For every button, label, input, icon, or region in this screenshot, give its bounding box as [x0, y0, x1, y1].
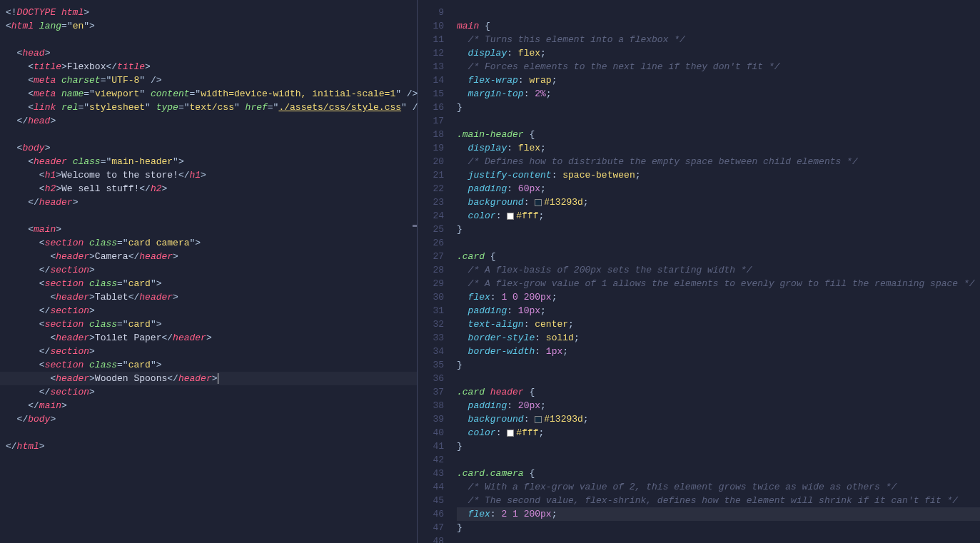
- code-line[interactable]: <header>Tablet</header>: [0, 290, 417, 304]
- code-line[interactable]: /* With a flex-grow value of 2, this ele…: [457, 480, 980, 494]
- scroll-indicator: [413, 225, 417, 227]
- color-swatch-icon: [535, 416, 542, 423]
- code-line[interactable]: [0, 209, 417, 223]
- code-line[interactable]: <section class="card camera">: [0, 236, 417, 250]
- code-line[interactable]: [0, 33, 417, 46]
- code-line[interactable]: /* A flex-grow value of 1 allows the ele…: [457, 277, 980, 290]
- code-line[interactable]: </section>: [0, 304, 417, 318]
- code-line[interactable]: <section class="card">: [0, 318, 417, 331]
- code-line[interactable]: flex-wrap: wrap;: [457, 73, 980, 87]
- code-line[interactable]: <main>: [0, 223, 417, 236]
- code-line[interactable]: background: #13293d;: [457, 196, 980, 209]
- code-line[interactable]: main {: [457, 19, 980, 33]
- code-line[interactable]: }: [457, 521, 980, 534]
- code-line[interactable]: </section>: [0, 263, 417, 277]
- color-swatch-icon: [507, 213, 514, 220]
- code-line[interactable]: flex: 1 0 200px;: [457, 290, 980, 304]
- code-line[interactable]: padding: 20px;: [457, 399, 980, 412]
- code-line[interactable]: <header>Camera</header>: [0, 250, 417, 263]
- code-line[interactable]: <link rel="stylesheet" type="text/css" h…: [0, 101, 417, 114]
- code-line[interactable]: .main-header {: [457, 128, 980, 141]
- code-area[interactable]: main { /* Turns this element into a flex…: [457, 0, 980, 543]
- code-line[interactable]: text-align: center;: [457, 318, 980, 331]
- code-line[interactable]: }: [457, 101, 980, 114]
- code-line[interactable]: </main>: [0, 399, 417, 412]
- code-line[interactable]: [0, 426, 417, 440]
- code-line[interactable]: /* Forces elements to the next line if t…: [457, 60, 980, 73]
- code-line[interactable]: <head>: [0, 46, 417, 60]
- code-line[interactable]: /* Turns this element into a flexbox */: [457, 33, 980, 46]
- code-line[interactable]: border-style: solid;: [457, 331, 980, 345]
- color-swatch-icon: [535, 199, 542, 206]
- code-line[interactable]: display: flex;: [457, 46, 980, 60]
- code-line[interactable]: [457, 114, 980, 128]
- code-line[interactable]: [457, 6, 980, 19]
- code-line[interactable]: border-width: 1px;: [457, 345, 980, 358]
- code-line[interactable]: }: [457, 440, 980, 453]
- code-line[interactable]: [0, 128, 417, 141]
- code-line[interactable]: <section class="card">: [0, 277, 417, 290]
- editor-pane-html[interactable]: <!DOCTYPE html> <html lang="en"> <head> …: [0, 0, 418, 543]
- code-line[interactable]: [457, 372, 980, 385]
- code-line[interactable]: <section class="card">: [0, 358, 417, 372]
- code-line[interactable]: .card.camera {: [457, 467, 980, 480]
- code-line[interactable]: </section>: [0, 385, 417, 399]
- code-line[interactable]: </header>: [0, 196, 417, 209]
- code-line[interactable]: <title>Flexbox</title>: [0, 60, 417, 73]
- code-line[interactable]: [457, 453, 980, 467]
- code-line[interactable]: <h2>We sell stuff!</h2>: [0, 182, 417, 196]
- line-number-gutter: 910111213 1415161718 1920212223 24252627…: [418, 0, 457, 543]
- code-line[interactable]: }: [457, 358, 980, 372]
- code-line[interactable]: <meta charset="UTF-8" />: [0, 73, 417, 87]
- color-swatch-icon: [507, 430, 514, 437]
- code-line[interactable]: <body>: [0, 141, 417, 155]
- code-line[interactable]: </html>: [0, 440, 417, 453]
- code-line[interactable]: padding: 60px;: [457, 182, 980, 196]
- code-line[interactable]: [457, 236, 980, 250]
- code-line[interactable]: .card header {: [457, 385, 980, 399]
- code-line[interactable]: background: #13293d;: [457, 412, 980, 426]
- code-line[interactable]: margin-top: 2%;: [457, 87, 980, 101]
- code-line[interactable]: .card {: [457, 250, 980, 263]
- code-line[interactable]: </head>: [0, 114, 417, 128]
- code-line[interactable]: color: #fff;: [457, 209, 980, 223]
- code-line[interactable]: /* A flex-basis of 200px sets the starti…: [457, 263, 980, 277]
- code-line[interactable]: }: [457, 223, 980, 236]
- code-line[interactable]: padding: 10px;: [457, 304, 980, 318]
- code-line[interactable]: </section>: [0, 345, 417, 358]
- code-line[interactable]: display: flex;: [457, 141, 980, 155]
- code-line[interactable]: color: #fff;: [457, 426, 980, 440]
- code-line[interactable]: <html lang="en">: [0, 19, 417, 33]
- code-line[interactable]: <h1>Welcome to the store!</h1>: [0, 168, 417, 182]
- code-line[interactable]: <!DOCTYPE html>: [0, 6, 417, 19]
- code-line[interactable]: <header>Toilet Paper</header>: [0, 331, 417, 345]
- code-line[interactable]: <meta name="viewport" content="width=dev…: [0, 87, 417, 101]
- code-line[interactable]: justify-content: space-between;: [457, 168, 980, 182]
- code-line[interactable]: [457, 534, 980, 543]
- code-line-active[interactable]: flex: 2 1 200px;: [457, 507, 980, 521]
- code-line[interactable]: /* The second value, flex-shrink, define…: [457, 494, 980, 507]
- code-line-active[interactable]: <header>Wooden Spoons</header>: [0, 372, 417, 385]
- code-line[interactable]: </body>: [0, 412, 417, 426]
- code-line[interactable]: /* Defines how to distribute the empty s…: [457, 155, 980, 168]
- code-line[interactable]: <header class="main-header">: [0, 155, 417, 168]
- editor-pane-css[interactable]: 910111213 1415161718 1920212223 24252627…: [418, 0, 980, 543]
